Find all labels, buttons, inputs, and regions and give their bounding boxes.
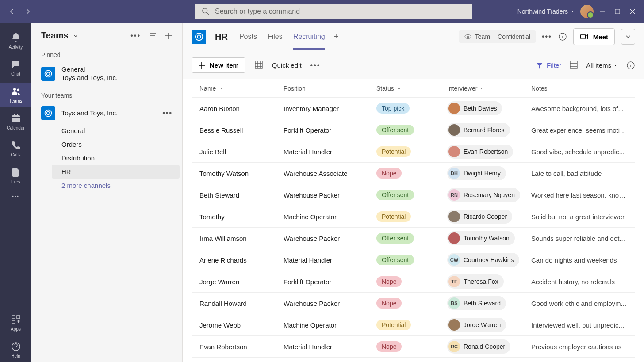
cell-status: Offer sent xyxy=(376,233,447,244)
meet-button[interactable]: Meet xyxy=(573,28,615,45)
tab-recruiting[interactable]: Recruiting xyxy=(293,24,325,50)
column-position[interactable]: Position xyxy=(284,85,376,92)
cell-status: Offer sent xyxy=(376,255,447,265)
team-item[interactable]: Toys and Toys, Inc. ••• xyxy=(31,103,182,124)
quick-edit-button[interactable]: Quick edit xyxy=(272,61,302,69)
maximize-icon[interactable] xyxy=(615,9,620,14)
cell-interviewer: BSBeth Steward xyxy=(447,296,531,310)
view-options-icon[interactable] xyxy=(569,60,578,71)
tab-more-icon[interactable]: ••• xyxy=(542,33,552,41)
channel-distribution[interactable]: Distribution xyxy=(52,151,180,165)
eye-icon xyxy=(464,33,472,40)
table-row[interactable]: Julie BellMaterial HandlerPotentialEvan … xyxy=(192,141,635,163)
sidebar: Teams ••• Pinned GeneralToys and Toys, I… xyxy=(31,23,183,362)
pinned-label: Pinned xyxy=(31,45,182,62)
filter-icon[interactable] xyxy=(149,32,157,40)
table-row[interactable]: Randall HowardWarehouse PackerNopeBSBeth… xyxy=(192,293,635,314)
cell-interviewer: Ricardo Cooper xyxy=(447,210,531,224)
org-dropdown[interactable]: Northwind Traders xyxy=(518,8,574,15)
sidebar-title[interactable]: Teams xyxy=(41,30,69,41)
filter-button[interactable]: Filter xyxy=(536,61,561,69)
video-icon xyxy=(580,32,589,41)
cell-name: Arlene Richards xyxy=(199,256,284,264)
column-interviewer[interactable]: Interviewer xyxy=(447,85,531,92)
info-icon[interactable] xyxy=(558,32,567,41)
toolbar-more-icon[interactable]: ••• xyxy=(310,61,321,69)
table-row[interactable]: Evan RobertsonMaterial HandlerNopeRCRona… xyxy=(192,336,635,358)
column-status[interactable]: Status xyxy=(376,85,447,92)
column-name[interactable]: Name xyxy=(199,85,284,92)
user-avatar[interactable] xyxy=(580,5,594,18)
details-icon[interactable] xyxy=(626,61,635,70)
add-tab-button[interactable]: + xyxy=(334,32,339,42)
rail-more[interactable]: ••• xyxy=(0,191,31,202)
table-row[interactable]: Arlene RichardsMaterial HandlerOffer sen… xyxy=(192,249,635,271)
tab-posts[interactable]: Posts xyxy=(239,24,257,50)
grid-view-icon[interactable] xyxy=(254,60,263,71)
table-row[interactable]: Bessie RussellForklift OperatorOffer sen… xyxy=(192,119,635,141)
table-row[interactable]: Tomothy WatsonWarehouse AssociateNopeDHD… xyxy=(192,163,635,184)
cell-position: Material Handler xyxy=(284,148,376,156)
cell-position: Material Handler xyxy=(284,343,376,351)
titlebar: Search or type a command Northwind Trade… xyxy=(0,0,644,23)
cell-name: Irma Williamson xyxy=(199,235,284,242)
pinned-channel[interactable]: GeneralToys and Toys, Inc. xyxy=(31,62,182,86)
view-selector[interactable]: All items xyxy=(586,61,618,69)
funnel-icon xyxy=(536,62,543,69)
rail-chat[interactable]: Chat xyxy=(0,56,31,80)
rail-apps[interactable]: Apps xyxy=(0,311,31,335)
team-more-icon[interactable]: ••• xyxy=(162,109,172,117)
table-row[interactable]: Irma WilliamsonWarehouse PackerOffer sen… xyxy=(192,228,635,249)
svg-rect-4 xyxy=(12,115,20,122)
svg-point-14 xyxy=(197,35,200,38)
svg-point-9 xyxy=(45,70,52,77)
sidebar-more-icon[interactable]: ••• xyxy=(130,32,141,40)
rail-calls[interactable]: Calls xyxy=(0,137,31,161)
cell-position: Machine Operator xyxy=(284,213,376,221)
team-icon xyxy=(41,106,55,120)
rail-files[interactable]: Files xyxy=(0,164,31,188)
rail-help[interactable]: Help xyxy=(0,338,31,362)
channel-orders[interactable]: Orders xyxy=(52,137,180,151)
cell-interviewer: RNRosemary Nguyen xyxy=(447,188,531,202)
table-row[interactable]: Jorge WarrenForklift OperatorNopeTFThere… xyxy=(192,271,635,293)
new-item-button[interactable]: New item xyxy=(192,57,245,73)
cell-notes: Good vibe, schedule unpredic... xyxy=(531,148,627,156)
list-grid: NamePositionStatusInterviewerNotes Aaron… xyxy=(183,79,644,362)
cell-status: Potential xyxy=(376,146,447,157)
add-team-icon[interactable] xyxy=(165,32,172,40)
cell-status: Top pick xyxy=(376,103,447,114)
back-icon[interactable] xyxy=(9,8,16,15)
rail-activity[interactable]: Activity xyxy=(0,29,31,53)
cell-notes: Sounds super reliable and det... xyxy=(531,235,627,242)
cell-interviewer: Bernard Flores xyxy=(447,123,531,137)
more-channels-link[interactable]: 2 more channels xyxy=(52,179,180,192)
chevron-down-icon[interactable] xyxy=(73,33,78,38)
cell-interviewer: RCRonald Cooper xyxy=(447,339,531,354)
close-icon[interactable] xyxy=(630,9,635,14)
rail-calendar[interactable]: Calendar xyxy=(0,110,31,134)
table-row[interactable]: TomothyMachine OperatorPotentialRicardo … xyxy=(192,206,635,228)
svg-rect-17 xyxy=(580,34,585,39)
cell-name: Jorge Warren xyxy=(199,278,284,286)
svg-point-10 xyxy=(47,72,50,75)
sensitivity-label[interactable]: Team Confidential xyxy=(459,30,536,43)
channel-hr[interactable]: HR xyxy=(52,165,180,179)
meet-dropdown[interactable] xyxy=(621,29,635,45)
main-content: HR PostsFilesRecruiting + Team Confident… xyxy=(183,23,644,362)
cell-notes: Interviewed well, but unpredic... xyxy=(531,321,627,329)
table-row[interactable]: Beth StewardWarehouse PackerOffer sentRN… xyxy=(192,184,635,206)
table-row[interactable]: Jerome WebbMachine OperatorPotentialJorg… xyxy=(192,314,635,336)
forward-icon[interactable] xyxy=(24,8,31,15)
cell-name: Beth Steward xyxy=(199,191,284,199)
minimize-icon[interactable] xyxy=(600,9,605,14)
column-notes[interactable]: Notes xyxy=(531,85,627,92)
rail-teams[interactable]: Teams xyxy=(0,83,31,107)
table-row[interactable]: Aaron BuxtonInventory ManagerTop pickBet… xyxy=(192,98,635,119)
cell-status: Potential xyxy=(376,211,447,222)
search-input[interactable]: Search or type a command xyxy=(195,4,472,19)
channel-general[interactable]: General xyxy=(52,124,180,137)
cell-status: Nope xyxy=(376,298,447,309)
cell-name: Jerome Webb xyxy=(199,321,284,329)
tab-files[interactable]: Files xyxy=(268,24,283,50)
